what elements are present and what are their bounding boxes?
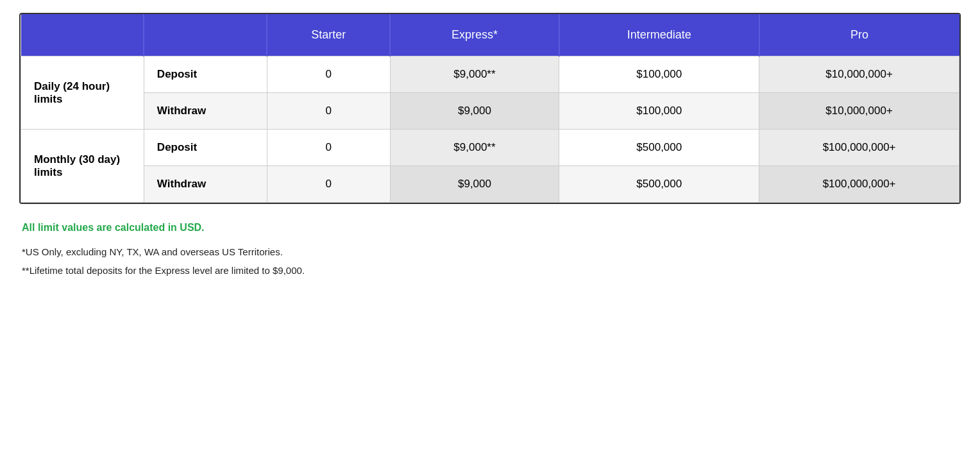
daily-withdraw-label: Withdraw	[144, 93, 267, 130]
table-row: Daily (24 hour) limits Deposit 0 $9,000*…	[21, 56, 959, 93]
monthly-deposit-label: Deposit	[144, 130, 267, 166]
daily-deposit-starter: 0	[267, 56, 390, 93]
daily-deposit-express: $9,000**	[390, 56, 559, 93]
monthly-withdraw-express: $9,000	[390, 166, 559, 203]
footnotes: All limit values are calculated in USD. …	[19, 222, 961, 278]
header-empty-2	[144, 14, 267, 56]
table-row: Monthly (30 day) limits Deposit 0 $9,000…	[21, 130, 959, 166]
monthly-deposit-express: $9,000**	[390, 130, 559, 166]
monthly-withdraw-label: Withdraw	[144, 166, 267, 203]
header-empty-1	[21, 14, 144, 56]
daily-withdraw-pro: $10,000,000+	[759, 93, 959, 130]
usd-note: All limit values are calculated in USD.	[22, 222, 958, 234]
monthly-withdraw-starter: 0	[267, 166, 390, 203]
header-starter: Starter	[267, 14, 390, 56]
table-row: Withdraw 0 $9,000 $500,000 $100,000,000+	[21, 166, 959, 203]
daily-withdraw-starter: 0	[267, 93, 390, 130]
limits-table: Starter Express* Intermediate Pro Daily …	[21, 14, 959, 203]
daily-deposit-intermediate: $100,000	[559, 56, 759, 93]
daily-withdraw-intermediate: $100,000	[559, 93, 759, 130]
daily-deposit-label: Deposit	[144, 56, 267, 93]
header-intermediate: Intermediate	[559, 14, 759, 56]
monthly-withdraw-intermediate: $500,000	[559, 166, 759, 203]
daily-deposit-pro: $10,000,000+	[759, 56, 959, 93]
header-express: Express*	[390, 14, 559, 56]
header-pro: Pro	[759, 14, 959, 56]
table-wrapper: Starter Express* Intermediate Pro Daily …	[19, 13, 961, 204]
footnote-2: **Lifetime total deposits for the Expres…	[22, 264, 958, 278]
footnote-1: *US Only, excluding NY, TX, WA and overs…	[22, 245, 958, 260]
table-row: Withdraw 0 $9,000 $100,000 $10,000,000+	[21, 93, 959, 130]
monthly-group-label: Monthly (30 day) limits	[21, 130, 144, 203]
monthly-deposit-pro: $100,000,000+	[759, 130, 959, 166]
daily-group-label: Daily (24 hour) limits	[21, 56, 144, 130]
daily-withdraw-express: $9,000	[390, 93, 559, 130]
monthly-deposit-starter: 0	[267, 130, 390, 166]
monthly-withdraw-pro: $100,000,000+	[759, 166, 959, 203]
monthly-deposit-intermediate: $500,000	[559, 130, 759, 166]
